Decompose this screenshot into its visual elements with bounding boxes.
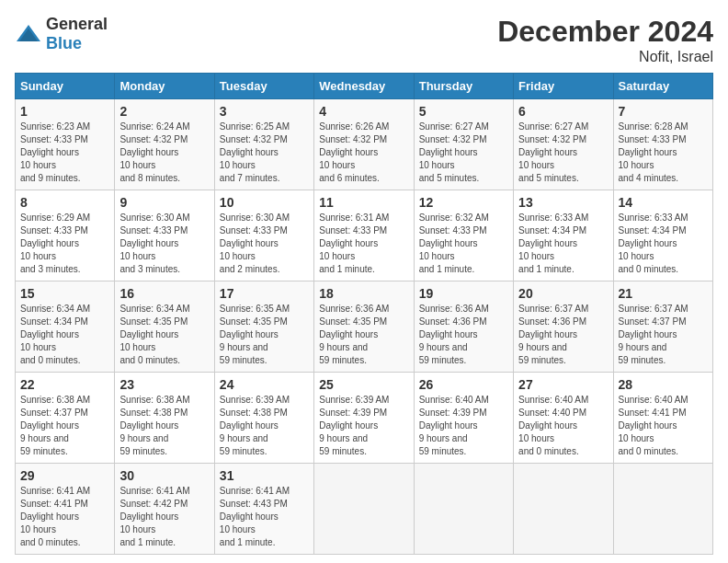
day-number: 22 bbox=[20, 377, 109, 392]
day-number: 6 bbox=[518, 104, 608, 119]
day-info: Sunrise: 6:30 AM Sunset: 4:33 PM Dayligh… bbox=[119, 212, 209, 276]
day-number: 13 bbox=[518, 195, 608, 210]
day-number: 3 bbox=[220, 104, 309, 119]
day-cell-19: 19 Sunrise: 6:36 AM Sunset: 4:36 PM Dayl… bbox=[414, 282, 513, 373]
day-cell-4: 4 Sunrise: 6:26 AM Sunset: 4:32 PM Dayli… bbox=[314, 99, 414, 190]
day-cell-16: 16 Sunrise: 6:34 AM Sunset: 4:35 PM Dayl… bbox=[115, 282, 214, 373]
day-number: 2 bbox=[119, 104, 209, 119]
month-title: December 2024 bbox=[497, 15, 713, 49]
empty-cell bbox=[414, 464, 513, 555]
logo: General Blue bbox=[15, 15, 108, 53]
day-cell-25: 25 Sunrise: 6:39 AM Sunset: 4:39 PM Dayl… bbox=[314, 373, 414, 464]
day-info: Sunrise: 6:38 AM Sunset: 4:37 PM Dayligh… bbox=[20, 394, 109, 458]
day-number: 14 bbox=[619, 195, 708, 210]
day-cell-14: 14 Sunrise: 6:33 AM Sunset: 4:34 PM Dayl… bbox=[613, 190, 712, 282]
day-number: 18 bbox=[319, 286, 408, 301]
day-info: Sunrise: 6:34 AM Sunset: 4:34 PM Dayligh… bbox=[20, 303, 109, 367]
day-info: Sunrise: 6:36 AM Sunset: 4:35 PM Dayligh… bbox=[319, 303, 408, 367]
day-cell-23: 23 Sunrise: 6:38 AM Sunset: 4:38 PM Dayl… bbox=[115, 373, 214, 464]
empty-cell bbox=[514, 464, 613, 555]
day-info: Sunrise: 6:41 AM Sunset: 4:43 PM Dayligh… bbox=[220, 485, 309, 549]
day-cell-21: 21 Sunrise: 6:37 AM Sunset: 4:37 PM Dayl… bbox=[613, 282, 712, 373]
day-number: 1 bbox=[20, 104, 109, 119]
day-number: 26 bbox=[419, 377, 508, 392]
week-row-5: 29 Sunrise: 6:41 AM Sunset: 4:41 PM Dayl… bbox=[16, 464, 713, 555]
day-info: Sunrise: 6:32 AM Sunset: 4:33 PM Dayligh… bbox=[419, 212, 508, 276]
day-info: Sunrise: 6:35 AM Sunset: 4:35 PM Dayligh… bbox=[220, 303, 309, 367]
day-number: 12 bbox=[419, 195, 508, 210]
day-cell-31: 31 Sunrise: 6:41 AM Sunset: 4:43 PM Dayl… bbox=[214, 464, 313, 555]
day-cell-20: 20 Sunrise: 6:37 AM Sunset: 4:36 PM Dayl… bbox=[514, 282, 613, 373]
day-info: Sunrise: 6:40 AM Sunset: 4:41 PM Dayligh… bbox=[619, 394, 708, 458]
day-number: 16 bbox=[119, 286, 209, 301]
empty-cell bbox=[613, 464, 712, 555]
day-info: Sunrise: 6:30 AM Sunset: 4:33 PM Dayligh… bbox=[220, 212, 309, 276]
day-number: 31 bbox=[220, 468, 309, 483]
week-row-1: 1 Sunrise: 6:23 AM Sunset: 4:33 PM Dayli… bbox=[16, 99, 713, 190]
logo-general: General bbox=[46, 15, 108, 33]
day-number: 25 bbox=[319, 377, 408, 392]
header: General Blue December 2024 Nofit, Israel bbox=[15, 15, 713, 65]
day-info: Sunrise: 6:26 AM Sunset: 4:32 PM Dayligh… bbox=[319, 121, 408, 185]
day-info: Sunrise: 6:40 AM Sunset: 4:40 PM Dayligh… bbox=[518, 394, 608, 458]
location-title: Nofit, Israel bbox=[497, 49, 713, 65]
day-header-friday: Friday bbox=[514, 74, 613, 99]
logo-text: General Blue bbox=[46, 15, 108, 53]
day-header-monday: Monday bbox=[115, 74, 214, 99]
header-row: SundayMondayTuesdayWednesdayThursdayFrid… bbox=[16, 74, 713, 99]
day-number: 5 bbox=[419, 104, 508, 119]
day-cell-27: 27 Sunrise: 6:40 AM Sunset: 4:40 PM Dayl… bbox=[514, 373, 613, 464]
day-info: Sunrise: 6:29 AM Sunset: 4:33 PM Dayligh… bbox=[20, 212, 109, 276]
day-cell-24: 24 Sunrise: 6:39 AM Sunset: 4:38 PM Dayl… bbox=[214, 373, 313, 464]
day-cell-15: 15 Sunrise: 6:34 AM Sunset: 4:34 PM Dayl… bbox=[16, 282, 115, 373]
logo-blue: Blue bbox=[46, 34, 82, 52]
day-header-wednesday: Wednesday bbox=[314, 74, 414, 99]
day-info: Sunrise: 6:37 AM Sunset: 4:37 PM Dayligh… bbox=[619, 303, 708, 367]
day-cell-12: 12 Sunrise: 6:32 AM Sunset: 4:33 PM Dayl… bbox=[414, 190, 513, 282]
day-cell-29: 29 Sunrise: 6:41 AM Sunset: 4:41 PM Dayl… bbox=[16, 464, 115, 555]
day-info: Sunrise: 6:37 AM Sunset: 4:36 PM Dayligh… bbox=[518, 303, 608, 367]
day-info: Sunrise: 6:24 AM Sunset: 4:32 PM Dayligh… bbox=[119, 121, 209, 185]
week-row-4: 22 Sunrise: 6:38 AM Sunset: 4:37 PM Dayl… bbox=[16, 373, 713, 464]
day-number: 9 bbox=[119, 195, 209, 210]
day-cell-26: 26 Sunrise: 6:40 AM Sunset: 4:39 PM Dayl… bbox=[414, 373, 513, 464]
day-number: 28 bbox=[619, 377, 708, 392]
day-header-sunday: Sunday bbox=[16, 74, 115, 99]
logo-icon bbox=[15, 23, 42, 45]
day-cell-13: 13 Sunrise: 6:33 AM Sunset: 4:34 PM Dayl… bbox=[514, 190, 613, 282]
day-number: 17 bbox=[220, 286, 309, 301]
day-number: 20 bbox=[518, 286, 608, 301]
day-header-tuesday: Tuesday bbox=[214, 74, 313, 99]
day-number: 29 bbox=[20, 468, 109, 483]
day-number: 7 bbox=[619, 104, 708, 119]
day-number: 8 bbox=[20, 195, 109, 210]
week-row-2: 8 Sunrise: 6:29 AM Sunset: 4:33 PM Dayli… bbox=[16, 190, 713, 282]
day-info: Sunrise: 6:28 AM Sunset: 4:33 PM Dayligh… bbox=[619, 121, 708, 185]
day-cell-1: 1 Sunrise: 6:23 AM Sunset: 4:33 PM Dayli… bbox=[16, 99, 115, 190]
day-number: 21 bbox=[619, 286, 708, 301]
day-number: 24 bbox=[220, 377, 309, 392]
day-info: Sunrise: 6:23 AM Sunset: 4:33 PM Dayligh… bbox=[20, 121, 109, 185]
day-cell-3: 3 Sunrise: 6:25 AM Sunset: 4:32 PM Dayli… bbox=[214, 99, 313, 190]
day-cell-5: 5 Sunrise: 6:27 AM Sunset: 4:32 PM Dayli… bbox=[414, 99, 513, 190]
day-info: Sunrise: 6:41 AM Sunset: 4:41 PM Dayligh… bbox=[20, 485, 109, 549]
day-header-saturday: Saturday bbox=[613, 74, 712, 99]
day-number: 15 bbox=[20, 286, 109, 301]
day-info: Sunrise: 6:39 AM Sunset: 4:38 PM Dayligh… bbox=[220, 394, 309, 458]
day-number: 27 bbox=[518, 377, 608, 392]
day-number: 4 bbox=[319, 104, 408, 119]
day-info: Sunrise: 6:40 AM Sunset: 4:39 PM Dayligh… bbox=[419, 394, 508, 458]
day-number: 30 bbox=[119, 468, 209, 483]
day-info: Sunrise: 6:33 AM Sunset: 4:34 PM Dayligh… bbox=[518, 212, 608, 276]
day-number: 23 bbox=[119, 377, 209, 392]
day-info: Sunrise: 6:36 AM Sunset: 4:36 PM Dayligh… bbox=[419, 303, 508, 367]
week-row-3: 15 Sunrise: 6:34 AM Sunset: 4:34 PM Dayl… bbox=[16, 282, 713, 373]
day-cell-10: 10 Sunrise: 6:30 AM Sunset: 4:33 PM Dayl… bbox=[214, 190, 313, 282]
day-cell-22: 22 Sunrise: 6:38 AM Sunset: 4:37 PM Dayl… bbox=[16, 373, 115, 464]
day-cell-18: 18 Sunrise: 6:36 AM Sunset: 4:35 PM Dayl… bbox=[314, 282, 414, 373]
day-info: Sunrise: 6:34 AM Sunset: 4:35 PM Dayligh… bbox=[119, 303, 209, 367]
day-cell-11: 11 Sunrise: 6:31 AM Sunset: 4:33 PM Dayl… bbox=[314, 190, 414, 282]
day-number: 19 bbox=[419, 286, 508, 301]
day-header-thursday: Thursday bbox=[414, 74, 513, 99]
day-info: Sunrise: 6:31 AM Sunset: 4:33 PM Dayligh… bbox=[319, 212, 408, 276]
